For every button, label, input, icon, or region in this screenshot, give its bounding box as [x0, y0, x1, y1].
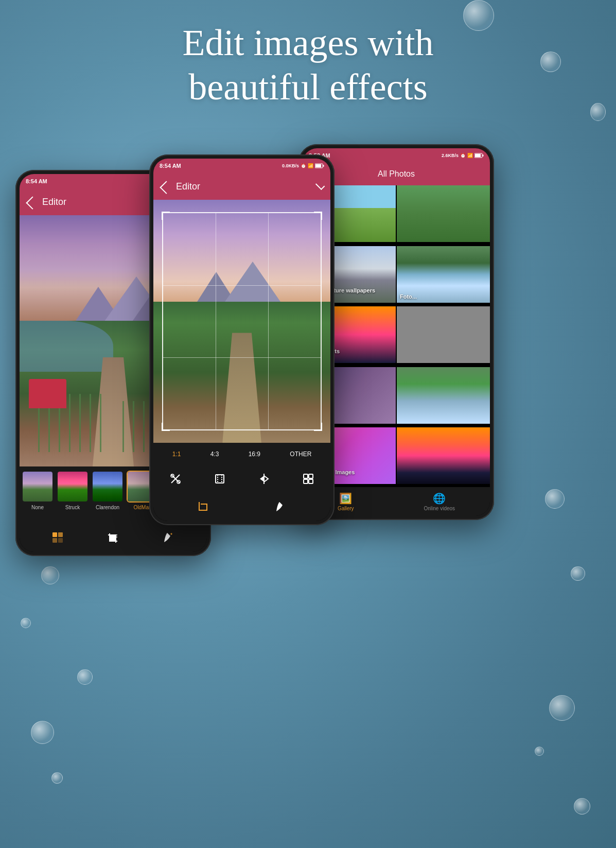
phone2-back-icon[interactable] [160, 181, 172, 194]
phone2-editor-title: Editor [176, 181, 309, 192]
svg-rect-25 [475, 154, 481, 157]
ratio-16-9[interactable]: 16:9 [244, 448, 265, 460]
lake [20, 321, 113, 372]
draw-tool[interactable] [161, 530, 177, 545]
crop-border [162, 212, 322, 431]
crop-grid-h1 [163, 285, 321, 286]
svg-rect-22 [304, 479, 308, 483]
svg-rect-5 [52, 538, 57, 543]
phones-container: 8:54 AM 1.8KB/s ⏰📶 Editor [0, 144, 616, 848]
phone2-draw-tool[interactable] [273, 499, 289, 514]
headline-line1: Edit images with [31, 21, 585, 65]
svg-marker-18 [260, 476, 264, 482]
crop-grid-v1 [216, 213, 216, 430]
gallery-cell-foto[interactable]: Foto... [397, 246, 490, 303]
gallery-icon: 🖼️ [339, 492, 352, 505]
phone1-bottom-toolbar [20, 523, 207, 552]
effects-tool[interactable] [50, 530, 65, 545]
phone2-screen: 8:54 AM 0.0KB/s ⏰📶 Editor [153, 159, 330, 521]
scissors-tool[interactable] [168, 472, 183, 486]
filter-none[interactable]: None [22, 471, 54, 510]
building [29, 379, 66, 408]
headline-line2: beautiful effects [31, 65, 585, 109]
svg-rect-21 [309, 474, 313, 478]
corner-br [314, 423, 322, 431]
ratio-other[interactable]: OTHER [286, 448, 315, 460]
phone2-time: 8:54 AM [160, 163, 181, 169]
svg-rect-26 [483, 154, 484, 157]
phone2-status-bar: 8:54 AM 0.0KB/s ⏰📶 [153, 159, 330, 173]
back-icon[interactable] [26, 196, 39, 209]
tab-online-videos[interactable]: 🌐 Online videos [424, 492, 455, 511]
crop-grid-v2 [268, 213, 269, 430]
flip-h-tool[interactable] [257, 472, 271, 486]
phone3-status-icons: 2.6KB/s ⏰📶 [442, 153, 484, 158]
phone3-status-bar: 8:53 AM 2.6KB/s ⏰📶 [303, 148, 490, 163]
corner-tr [314, 212, 322, 220]
svg-rect-4 [58, 532, 63, 537]
phone3-title: All Photos [378, 169, 415, 179]
gallery-cell-waterfall[interactable] [397, 367, 490, 424]
svg-rect-14 [216, 475, 224, 483]
phone1-time: 8:54 AM [26, 178, 47, 184]
tab-gallery[interactable]: 🖼️ Gallery [338, 492, 354, 511]
crop-grid-h2 [163, 357, 321, 358]
svg-rect-3 [52, 532, 57, 537]
tab-online-label: Online videos [424, 506, 455, 511]
svg-rect-23 [309, 479, 313, 483]
svg-rect-20 [304, 474, 308, 478]
filter-struck[interactable]: Struck [57, 471, 89, 510]
ratio-4-3[interactable]: 4:3 [206, 448, 223, 460]
phone2-ratio-bar: 1:1 4:3 16:9 OTHER [153, 443, 330, 465]
phone2-status-icons: 0.0KB/s ⏰📶 [282, 163, 324, 168]
phone2-photo-area [153, 200, 330, 443]
phone2-crop-tool[interactable] [195, 499, 210, 514]
phone2-frame: 8:54 AM 0.0KB/s ⏰📶 Editor [149, 154, 335, 525]
phone2-app-bar: Editor [153, 173, 330, 200]
gallery-cell-wallpaper1[interactable] [397, 185, 490, 242]
filter-clarendon[interactable]: Clarendon [92, 471, 124, 510]
svg-rect-6 [58, 538, 63, 543]
corner-tl [162, 212, 170, 220]
phone2-confirm-icon[interactable] [315, 181, 325, 190]
svg-marker-19 [264, 476, 268, 482]
gallery-cell-blank1[interactable] [397, 306, 490, 363]
crop-box-tool[interactable] [213, 472, 227, 486]
svg-rect-9 [323, 165, 324, 167]
phone2-landscape [153, 200, 330, 443]
tab-gallery-label: Gallery [338, 506, 354, 511]
crop-rotate-tool[interactable] [105, 530, 121, 545]
ratio-1-1[interactable]: 1:1 [168, 448, 185, 460]
svg-rect-8 [315, 164, 321, 167]
cell-foto-label: Foto... [400, 293, 417, 300]
online-videos-icon: 🌐 [433, 492, 446, 505]
gallery-cell-sunset[interactable] [397, 427, 490, 484]
phone2-bottom-toolbar [153, 492, 330, 521]
expand-tool[interactable] [301, 472, 315, 486]
corner-bl [162, 423, 170, 431]
headline: Edit images with beautiful effects [0, 10, 616, 120]
phone2-crop-tools [153, 465, 330, 492]
